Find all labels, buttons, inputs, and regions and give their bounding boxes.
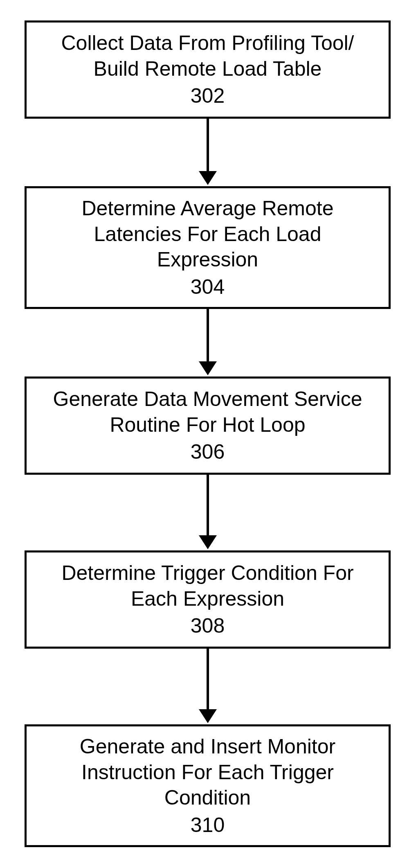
flowchart-step-306: Generate Data Movement ServiceRoutine Fo… xyxy=(25,377,391,475)
flowchart-step-310: Generate and Insert MonitorInstruction F… xyxy=(25,724,391,847)
step-text: Generate and Insert MonitorInstruction F… xyxy=(80,734,335,811)
arrow-head-icon xyxy=(199,171,217,185)
step-text: Determine Trigger Condition ForEach Expr… xyxy=(61,560,353,611)
step-text: Generate Data Movement ServiceRoutine Fo… xyxy=(53,386,362,437)
step-text: Collect Data From Profiling Tool/Build R… xyxy=(61,30,354,81)
arrow-head-icon xyxy=(199,361,217,375)
flowchart-step-308: Determine Trigger Condition ForEach Expr… xyxy=(25,550,391,649)
arrow-line xyxy=(207,309,209,362)
flowchart-step-302: Collect Data From Profiling Tool/Build R… xyxy=(25,20,391,119)
step-number: 310 xyxy=(191,812,225,838)
step-number: 306 xyxy=(191,439,225,465)
step-number: 304 xyxy=(191,274,225,300)
arrow-head-icon xyxy=(199,709,217,723)
step-number: 308 xyxy=(191,613,225,639)
arrow-head-icon xyxy=(199,535,217,549)
flowchart-canvas: Collect Data From Profiling Tool/Build R… xyxy=(0,0,416,868)
step-text: Determine Average RemoteLatencies For Ea… xyxy=(81,196,333,273)
arrow-line xyxy=(207,475,209,536)
arrow-line xyxy=(207,119,209,172)
arrow-line xyxy=(207,649,209,710)
step-number: 302 xyxy=(191,83,225,109)
flowchart-step-304: Determine Average RemoteLatencies For Ea… xyxy=(25,186,391,309)
